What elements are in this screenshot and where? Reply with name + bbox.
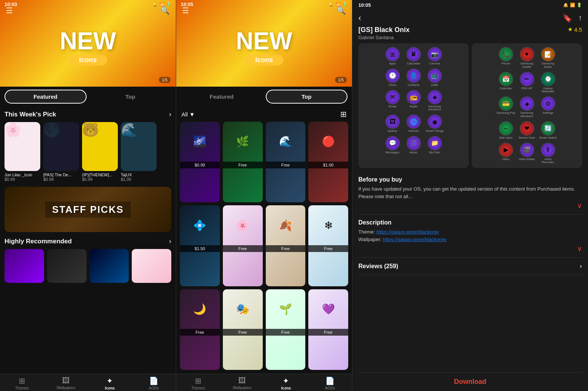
gallery-label: Gallery xyxy=(388,130,397,133)
nav-aods-1[interactable]: 📄 AODs xyxy=(132,376,176,390)
icon-price-8: Free xyxy=(180,329,220,336)
icon-price-3: $1.00 xyxy=(308,162,348,168)
reviews-arrow[interactable]: › xyxy=(580,262,582,270)
nav-themes-1[interactable]: ⊞ Themes xyxy=(0,376,44,390)
nav-themes-2[interactable]: ⊞ Themes xyxy=(176,376,220,390)
nav-wallpapers-1[interactable]: 🖼 Wallpapers xyxy=(44,376,88,390)
nav-aods-2[interactable]: 📄 AODs xyxy=(308,376,352,390)
share-icon[interactable]: ↑ xyxy=(578,14,582,23)
tab-bar-2: Featured Top xyxy=(176,87,352,107)
icon-card-11[interactable]: 💜 Free xyxy=(308,289,348,370)
rec-item-0[interactable] xyxy=(5,249,44,283)
bottom-nav-2: ⊞ Themes 🖼 Wallpapers ✦ Icons 📄 AODs xyxy=(176,374,352,391)
icon-card-5[interactable]: 🌸 Free xyxy=(223,205,263,286)
nav-icons-2[interactable]: ✦ Icons xyxy=(264,376,308,390)
icon-card-9[interactable]: 🎭 Free xyxy=(223,289,263,370)
rec-item-2[interactable] xyxy=(90,249,129,283)
desc-line1: Theme: xyxy=(358,229,376,235)
banner-counter-2: 1/5 xyxy=(335,77,347,83)
tab-featured-1[interactable]: Featured xyxy=(5,90,87,104)
app-rating: ★ 4.5 xyxy=(568,26,582,33)
icon-card-2[interactable]: 🌊 Free xyxy=(266,122,306,202)
app-icon-email: ✉ Email xyxy=(383,90,402,112)
before-buy-chevron[interactable]: ∨ xyxy=(577,202,582,210)
samsung-members-icon-2: ◈ xyxy=(520,96,534,111)
icon-price-7: Free xyxy=(308,245,348,252)
radio-label: Radio xyxy=(410,105,417,108)
app-icon-video: ▶ Video xyxy=(496,143,516,165)
icons-label-2: Icons xyxy=(281,386,291,390)
status-icons-3: 🔔 📶 🔋 xyxy=(563,3,582,8)
back-button[interactable]: ‹ xyxy=(358,13,361,23)
icon-price-0: $0.99 xyxy=(180,162,220,168)
staff-picks-banner[interactable]: STAFF PICKS xyxy=(5,187,171,232)
grid-toggle-btn[interactable]: ⊞ xyxy=(340,110,347,119)
header-actions: 🔖 ↑ xyxy=(563,14,582,23)
icon-card-4[interactable]: 💠 $1.50 xyxy=(180,205,220,286)
video-editor-label: Video Editor xyxy=(519,158,535,161)
app-icon-my-files: 📁 My Files xyxy=(425,136,445,154)
settings-icon: ⚙ xyxy=(541,96,555,111)
bottom-nav-1: ⊞ Themes 🖼 Wallpapers ✦ Icons 📄 AODs xyxy=(0,374,176,391)
contacts-icon: 👤 xyxy=(407,69,421,83)
description-chevron[interactable]: ∨ xyxy=(577,244,582,253)
icon-row-2-1: 📞 Phone ♥ Samsung Health 📝 Samsung Notes xyxy=(475,47,579,69)
pick-item-2[interactable]: 🐻 (IP)[THENEW]... $0.99 xyxy=(82,122,118,182)
icon-card-1[interactable]: 🌿 Free xyxy=(223,122,263,202)
download-button[interactable]: Download xyxy=(352,373,588,391)
icon-row-2-4: ↔ Side Sync ❤ Device Care 🔄 Smart Switch xyxy=(475,121,579,140)
icon-thumb-5: 🌸 xyxy=(223,205,263,245)
pick-item-0[interactable]: 🌸 Jun Lilac _Icon $0.99 xyxy=(5,122,40,182)
tab-featured-2[interactable]: Featured xyxy=(181,90,263,104)
app-icon-calculator: 🖩 Calculator xyxy=(404,47,423,66)
signal-icon: 📶 xyxy=(159,2,165,7)
icon-grid: 🌌 $0.99 🌿 Free 🌊 Free 🔴 $1.00 💠 $1.50 🌸 … xyxy=(176,122,352,374)
music-label: Music xyxy=(410,151,417,154)
pick-label-2: (IP)[THENEW]... xyxy=(82,173,118,177)
arrow-rec[interactable]: › xyxy=(169,237,171,245)
section-header-picks: This Week's Pick › xyxy=(5,110,171,118)
pick-item-3[interactable]: 🌊 TajUX $1.00 xyxy=(121,122,157,182)
arrow-picks[interactable]: › xyxy=(169,110,171,118)
icon-card-6[interactable]: 🍂 Free xyxy=(266,205,306,286)
tab-top-1[interactable]: Top xyxy=(90,90,172,104)
status-bar-1: 10:03 🔔 📶 🔋 xyxy=(0,0,176,9)
nav-icons-1[interactable]: ✦ Icons xyxy=(88,376,132,390)
rec-item-3[interactable] xyxy=(132,249,171,283)
tab-bar-1: Featured Top xyxy=(0,87,176,107)
battery-icon-2: 🔋 xyxy=(342,2,347,7)
panel-top: 10:05 🔔 📶 🔋 ☰ 🔍 NEW Icons 1/5 Featured T… xyxy=(176,0,352,391)
pick-item-1[interactable]: 🌑 [PAS] The De... $0.99 xyxy=(43,122,79,182)
icon-card-8[interactable]: 🌙 Free xyxy=(180,289,220,370)
icon-card-10[interactable]: 🌱 Free xyxy=(266,289,306,370)
desc-link1[interactable]: https://galaxy.store/blackonix xyxy=(376,229,439,235)
reviews-row[interactable]: Reviews (259) › xyxy=(358,258,582,275)
notification-icon-2: 🔔 xyxy=(329,2,334,7)
app-icon-internet: 🌐 Internet xyxy=(404,115,423,133)
icon-card-7[interactable]: ❄ Free xyxy=(308,205,348,286)
apps-label: Apps xyxy=(389,62,396,66)
bookmark-icon[interactable]: 🔖 xyxy=(563,14,572,23)
notification-icon: 🔔 xyxy=(152,2,158,7)
app-icon-dmb: 📺 DMB xyxy=(425,69,445,87)
desc-link2[interactable]: https://galaxy.store/blackoniw xyxy=(383,237,446,242)
contacts-label: Contacts xyxy=(408,84,420,87)
banner-title-1: NEW xyxy=(60,29,116,53)
tab-top-2[interactable]: Top xyxy=(266,90,348,104)
device-care-label: Device Care xyxy=(518,136,535,140)
filter-all-btn[interactable]: All ▼ xyxy=(181,111,195,118)
icon-card-3[interactable]: 🔴 $1.00 xyxy=(308,122,348,202)
rec-item-1[interactable] xyxy=(47,249,87,283)
banner-title-2: NEW xyxy=(236,29,292,53)
before-buy-text: If you have updated your OS, you can get… xyxy=(358,185,582,200)
calculator-label: Calculator xyxy=(407,62,420,66)
reviews-title: Reviews (259) xyxy=(358,263,398,270)
status-bar-2: 10:05 🔔 📶 🔋 xyxy=(176,0,352,9)
icon-card-0[interactable]: 🌌 $0.99 xyxy=(180,122,220,202)
section-title-picks: This Week's Pick xyxy=(5,111,56,118)
music-icon: 🎵 xyxy=(407,136,421,150)
samsung-members-icon: ◈ xyxy=(428,90,442,104)
phone-icon: 📞 xyxy=(499,47,513,61)
icon-price-9: Free xyxy=(223,329,263,336)
nav-wallpapers-2[interactable]: 🖼 Wallpapers xyxy=(220,376,264,390)
